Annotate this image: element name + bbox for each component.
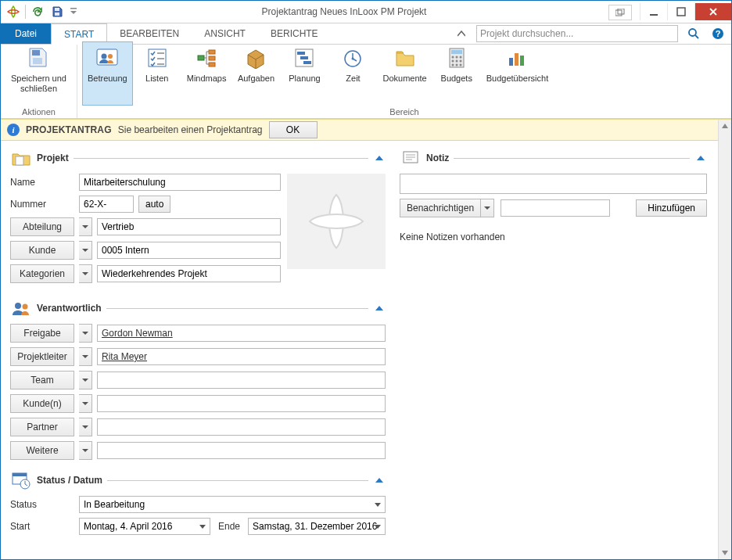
freigabe-button[interactable]: Freigabe [10,324,74,343]
weitere-button[interactable]: Weitere [10,441,74,460]
dokumente-button[interactable]: Dokumente [377,41,432,106]
svg-point-13 [102,54,107,59]
partner-dropdown-icon[interactable] [79,418,92,436]
planung-button[interactable]: Planung [280,41,328,106]
svg-rect-6 [677,8,685,16]
minimize-button[interactable] [640,3,667,20]
section-collapse-icon[interactable] [373,302,386,314]
notiz-text-input[interactable] [400,174,707,194]
benachrichtigen-input[interactable] [501,199,610,217]
close-button[interactable] [694,3,731,20]
section-projekt: Projekt Name Nummer [10,149,386,288]
status-select[interactable] [79,496,386,513]
kategorien-input[interactable] [97,265,281,282]
calendar-clock-icon [10,471,32,490]
mindmap-icon [194,45,219,70]
save-close-icon [26,45,51,70]
abteilung-dropdown-icon[interactable] [79,217,92,236]
search-icon[interactable] [684,25,703,42]
section-title: Projekt [37,153,69,163]
empty-notes-text: Keine Notizen vorhanden [400,232,707,242]
zeit-button[interactable]: Zeit [328,41,377,106]
scroll-up-icon[interactable] [719,120,731,132]
kategorien-button[interactable]: Kategorien [10,264,74,283]
projektleiter-dropdown-icon[interactable] [79,347,92,366]
projektleiter-input[interactable]: Rita Meyer [97,348,386,365]
freigabe-input[interactable]: Gordon Newman [97,325,386,342]
people-icon [10,299,32,318]
section-collapse-icon[interactable] [694,152,707,164]
weitere-dropdown-icon[interactable] [79,441,92,460]
scroll-down-icon[interactable] [719,547,731,559]
dropdown-icon[interactable] [196,520,209,533]
name-input[interactable] [79,174,281,191]
app-logo-icon[interactable] [4,2,23,21]
freigabe-dropdown-icon[interactable] [79,324,92,343]
notice-ok-button[interactable]: OK [269,121,318,138]
partner-button[interactable]: Partner [10,418,74,436]
budgetuebersicht-button[interactable]: Budgetübersicht [481,41,554,106]
status-label: Status [10,499,74,510]
section-collapse-icon[interactable] [373,152,386,164]
nummer-input[interactable] [79,196,134,213]
vertical-scrollbar[interactable] [718,119,731,141]
section-title: Verantwortlich [37,303,102,314]
kategorien-dropdown-icon[interactable] [79,264,92,283]
name-label: Name [10,177,74,188]
refresh-icon[interactable] [28,2,47,21]
mindmaps-button[interactable]: Mindmaps [181,41,232,106]
kunden-dropdown-icon[interactable] [79,394,92,413]
vertical-scrollbar[interactable] [718,141,731,559]
start-label: Start [10,521,74,532]
section-collapse-icon[interactable] [373,474,386,486]
benachrichtigen-dropdown-icon[interactable] [481,199,494,217]
save-icon[interactable] [48,2,66,21]
kunde-dropdown-icon[interactable] [79,241,92,260]
search-placeholder: Projekt durchsuchen... [480,28,573,39]
ribbon-collapse-icon[interactable] [453,31,470,37]
dropdown-icon[interactable] [371,520,384,533]
ende-date-input[interactable] [248,518,386,535]
betreuung-button[interactable]: Betreuung [82,41,133,106]
window-controls [608,3,731,20]
hinzufuegen-button[interactable]: Hinzufügen [636,199,707,217]
partner-input[interactable] [97,418,386,436]
kunde-input[interactable] [97,242,281,259]
kunden-button[interactable]: Kunde(n) [10,394,74,413]
bar-chart-icon [504,45,529,70]
dropdown-icon[interactable] [371,498,384,511]
svg-point-7 [689,29,696,36]
kunde-button[interactable]: Kunde [10,241,74,260]
abteilung-button[interactable]: Abteilung [10,217,74,236]
abteilung-input[interactable] [97,218,281,235]
save-and-close-button[interactable]: Speichern und schließen [5,41,72,106]
help-icon[interactable]: ? [709,25,727,42]
section-title: Notiz [426,153,449,163]
section-title: Status / Datum [37,475,102,486]
kunden-input[interactable] [97,395,386,412]
benachrichtigen-button[interactable]: Benachrichtigen [400,199,481,217]
team-dropdown-icon[interactable] [79,371,92,389]
svg-text:?: ? [716,29,721,38]
maximize-button[interactable] [667,3,694,20]
qat-customize-icon[interactable] [67,2,80,21]
auto-button[interactable]: auto [138,196,170,213]
projektleiter-button[interactable]: Projektleiter [10,347,74,366]
svg-rect-19 [209,63,215,66]
listen-button[interactable]: Listen [133,41,181,106]
svg-rect-2 [70,8,77,9]
info-icon: i [7,124,20,136]
svg-point-29 [455,56,458,59]
start-date-input[interactable] [79,518,210,535]
aufgaben-button[interactable]: Aufgaben [231,41,280,106]
ribbon-group-bereich: Betreuung Listen Mindmaps Aufgaben Planu… [77,45,731,118]
team-input[interactable] [97,372,386,389]
project-image-placeholder[interactable] [287,174,386,269]
search-input[interactable]: Projekt durchsuchen... [476,25,678,42]
budgets-button[interactable]: Budgets [432,41,481,106]
svg-rect-21 [297,52,305,55]
nummer-label: Nummer [10,199,74,210]
popout-button[interactable] [608,5,632,20]
weitere-input[interactable] [97,442,386,459]
team-button[interactable]: Team [10,371,74,389]
